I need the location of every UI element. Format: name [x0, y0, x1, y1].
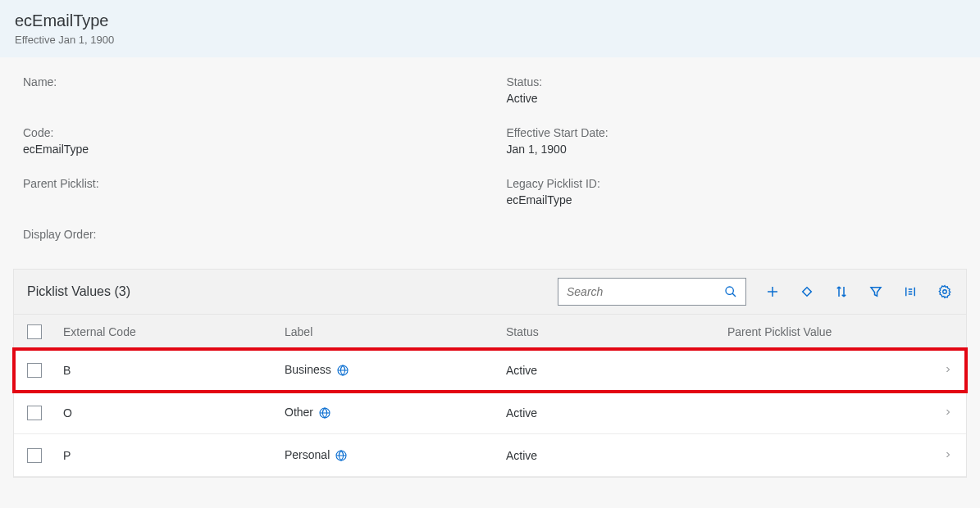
table-header-row: External Code Label Status Parent Pickli… — [14, 315, 966, 349]
page-title: ecEmailType — [15, 11, 965, 30]
detail-legacy-id-value: ecEmailType — [507, 193, 958, 206]
detail-name-label: Name: — [23, 75, 474, 88]
chevron-right-icon[interactable] — [943, 406, 953, 420]
globe-icon[interactable] — [318, 406, 331, 420]
cell-label: Business — [285, 363, 506, 377]
svg-rect-4 — [803, 288, 812, 297]
cell-external-code: P — [63, 449, 285, 462]
table-row[interactable]: PPersonalActive — [14, 434, 966, 477]
cell-status: Active — [506, 364, 727, 377]
col-label: Label — [285, 325, 506, 338]
cell-external-code: B — [63, 364, 285, 377]
detail-name: Name: — [23, 75, 474, 105]
row-checkbox[interactable] — [27, 406, 42, 420]
detail-code-value: ecEmailType — [23, 143, 474, 156]
svg-line-1 — [732, 293, 736, 297]
sort-icon[interactable] — [833, 283, 850, 300]
detail-parent-picklist: Parent Picklist: — [23, 177, 474, 206]
select-all-checkbox[interactable] — [27, 324, 42, 339]
detail-code-label: Code: — [23, 126, 474, 139]
page-subtitle: Effective Jan 1, 1900 — [15, 34, 965, 46]
table-title: Picklist Values (3) — [27, 284, 130, 299]
detail-display-order-label: Display Order: — [23, 228, 474, 241]
globe-icon[interactable] — [336, 364, 349, 377]
detail-parent-picklist-label: Parent Picklist: — [23, 177, 474, 190]
col-external-code: External Code — [63, 325, 285, 338]
table-row[interactable]: OOtherActive — [14, 392, 966, 434]
detail-legacy-id-label: Legacy Picklist ID: — [507, 177, 958, 190]
detail-status-value: Active — [507, 92, 958, 105]
detail-status-label: Status: — [507, 75, 958, 88]
add-icon[interactable] — [764, 283, 781, 300]
diamond-icon[interactable] — [799, 283, 815, 300]
cell-label: Other — [285, 406, 506, 420]
detail-section: Name: Status: Active Code: ecEmailType E… — [0, 57, 980, 269]
search-icon[interactable] — [722, 283, 739, 300]
search-box[interactable] — [558, 278, 746, 306]
cell-label: Personal — [285, 448, 506, 462]
col-status: Status — [506, 325, 727, 338]
detail-effective-start-value: Jan 1, 1900 — [507, 143, 958, 156]
table-toolbar: Picklist Values (3) — [14, 270, 966, 315]
detail-status: Status: Active — [507, 75, 958, 105]
filter-icon[interactable] — [868, 283, 884, 300]
chevron-right-icon[interactable] — [943, 364, 953, 377]
detail-legacy-id: Legacy Picklist ID: ecEmailType — [507, 177, 958, 206]
search-input[interactable] — [565, 284, 722, 299]
cell-status: Active — [506, 449, 727, 462]
page-header: ecEmailType Effective Jan 1, 1900 — [0, 0, 980, 57]
cell-external-code: O — [63, 406, 285, 420]
svg-point-0 — [726, 287, 733, 294]
details-icon[interactable] — [902, 283, 918, 300]
table-row[interactable]: BBusinessActive — [14, 349, 966, 392]
row-checkbox[interactable] — [27, 363, 42, 378]
row-checkbox[interactable] — [27, 448, 42, 463]
detail-effective-start-label: Effective Start Date: — [507, 126, 958, 139]
globe-icon[interactable] — [335, 449, 348, 462]
picklist-table: Picklist Values (3) — [13, 269, 967, 478]
detail-code: Code: ecEmailType — [23, 126, 474, 156]
col-parent: Parent Picklist Value — [727, 325, 928, 338]
gear-icon[interactable] — [937, 283, 953, 300]
cell-status: Active — [506, 406, 727, 420]
detail-display-order: Display Order: — [23, 228, 474, 244]
svg-point-8 — [943, 290, 947, 294]
detail-effective-start: Effective Start Date: Jan 1, 1900 — [507, 126, 958, 156]
chevron-right-icon[interactable] — [943, 449, 953, 462]
